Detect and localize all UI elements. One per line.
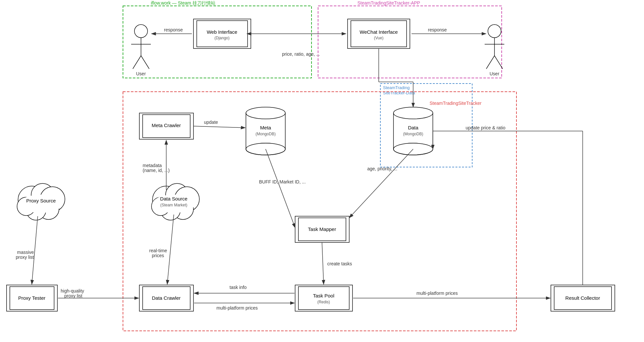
create-tasks-arrow — [322, 242, 324, 284]
steam-tracker-label: SteamTradingSiteTracker — [430, 101, 482, 106]
proxy-tester-box: Proxy Tester — [7, 285, 57, 311]
real-time-prices-label1: real-time — [149, 248, 167, 253]
high-quality-proxy-label2: proxy list — [64, 293, 82, 298]
data-sublabel: (MongoDB) — [403, 132, 423, 136]
meta-sublabel: (MongoDB) — [255, 132, 275, 136]
buff-id-arrow — [266, 149, 295, 228]
svg-point-35 — [393, 107, 433, 119]
massive-proxy-label2: proxy list — [16, 255, 34, 260]
wechat-interface-sublabel: (Vue) — [374, 36, 384, 40]
wechat-interface-label: WeChat Interface — [360, 29, 398, 35]
age-priority-label: age, priority, ... — [367, 166, 397, 171]
update-price-ratio-label: update price & ratio — [466, 125, 506, 130]
web-interface-label: Web Interface — [207, 29, 237, 35]
steam-data-label2: SiteTracker-Data — [383, 90, 415, 95]
svg-point-8 — [488, 25, 501, 38]
response-label-right: response — [428, 27, 447, 32]
task-pool-sublabel: (Redis) — [317, 300, 330, 304]
massive-proxy-label1: massive — [17, 250, 34, 255]
update-arrow — [193, 126, 245, 128]
data-cylinder: Data (MongoDB) — [393, 107, 433, 155]
multi-platform-label2: multi-platform prices — [416, 291, 458, 296]
metadata-label2: (name, id, ...) — [143, 168, 170, 173]
web-interface-sublabel: (Django) — [214, 36, 230, 40]
meta-crawler-box: Meta Crawler — [139, 113, 193, 139]
svg-line-7 — [141, 56, 149, 69]
meta-crawler-label: Meta Crawler — [151, 123, 181, 128]
real-time-prices-label2: prices — [152, 253, 164, 258]
user-right-label: User — [490, 71, 499, 76]
wechat-interface-box: WeChat Interface (Vue) — [348, 19, 410, 48]
task-info-label: task info — [230, 285, 247, 290]
data-crawler-label: Data Crawler — [152, 295, 181, 301]
update-label: update — [204, 120, 218, 125]
result-collector-box: Result Collector — [551, 285, 615, 311]
task-pool-label: Task Pool — [313, 293, 334, 298]
task-mapper-box: Task Mapper — [295, 216, 349, 242]
svg-point-45 — [20, 195, 62, 213]
data-crawler-box: Data Crawler — [139, 285, 193, 311]
steam-app-region-label: SteamTradingSiteTracker-APP — [357, 0, 420, 6]
svg-rect-32 — [246, 143, 285, 149]
task-pool-box: Task Pool (Redis) — [295, 285, 352, 311]
meta-label: Meta — [260, 125, 271, 130]
diagram-container: iflow.work — Steam 挂刀行情站 SteamTradingSit… — [0, 0, 644, 342]
data-source-cloud: Data Source (Steam Market) — [151, 183, 199, 220]
data-source-label: Data Source — [160, 196, 187, 201]
data-source-sublabel: (Steam Market) — [160, 203, 188, 207]
task-mapper-label: Task Mapper — [308, 226, 336, 232]
web-interface-box: Web Interface (Django) — [193, 19, 251, 48]
response-label-left: response — [164, 27, 183, 32]
iflow-region-label: iflow.work — Steam 挂刀行情站 — [151, 0, 215, 6]
svg-line-11 — [486, 56, 494, 69]
proxy-source-label: Proxy Source — [26, 198, 56, 203]
price-ratio-label: price, ratio, age, ... — [282, 51, 320, 57]
create-tasks-label: create tasks — [327, 261, 352, 266]
result-collector-label: Result Collector — [565, 295, 600, 301]
svg-point-3 — [134, 25, 148, 38]
svg-point-30 — [246, 107, 285, 119]
proxy-source-cloud: Proxy Source — [17, 183, 65, 220]
multi-platform-label1: multi-platform prices — [216, 305, 258, 311]
proxy-tester-label: Proxy Tester — [18, 295, 45, 301]
svg-rect-37 — [394, 143, 433, 149]
metadata-label1: metadata — [143, 163, 162, 168]
buff-id-label: BUFF ID, Market ID, ... — [259, 179, 306, 184]
user-left: User — [131, 25, 151, 76]
meta-cylinder: Meta (MongoDB) — [246, 107, 285, 155]
age-priority-arrow — [349, 149, 413, 218]
steam-data-label1: SteamTrading — [383, 85, 410, 90]
user-left-label: User — [136, 71, 146, 76]
svg-line-6 — [133, 56, 141, 69]
high-quality-proxy-label1: high-quality — [61, 288, 84, 294]
real-time-prices-arrow — [167, 215, 174, 284]
data-label: Data — [408, 125, 418, 130]
